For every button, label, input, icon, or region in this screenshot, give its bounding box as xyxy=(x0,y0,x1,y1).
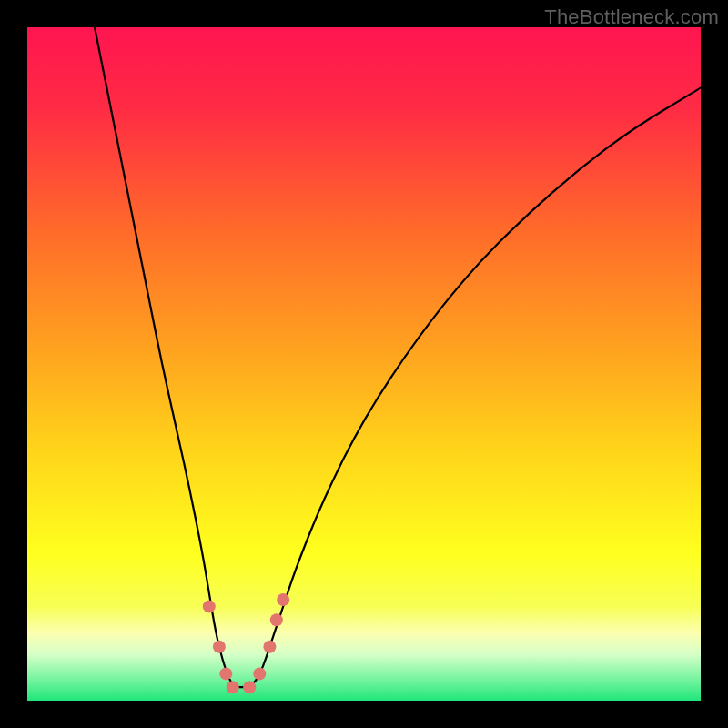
curve-marker xyxy=(270,613,283,626)
chart-frame xyxy=(27,27,701,701)
curve-marker xyxy=(263,641,276,653)
plot-area xyxy=(27,27,701,701)
curve-marker xyxy=(227,681,239,693)
curve-marker xyxy=(203,600,216,612)
curve-markers xyxy=(27,27,701,701)
curve-marker xyxy=(213,641,226,653)
curve-marker xyxy=(253,667,266,680)
watermark-text: TheBottleneck.com xyxy=(544,5,719,29)
curve-marker xyxy=(277,593,289,606)
curve-marker xyxy=(243,681,256,693)
curve-marker xyxy=(219,667,232,680)
